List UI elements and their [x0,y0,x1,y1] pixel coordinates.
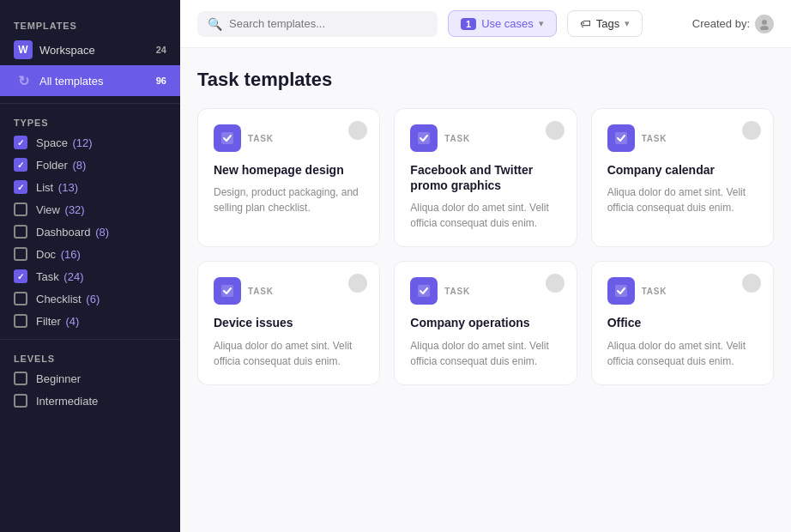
card-desc: Aliqua dolor do amet sint. Velit officia… [607,338,758,369]
active-item-badge: 96 [156,76,166,86]
sidebar-type-item[interactable]: List (13) [0,176,180,198]
sidebar-level-item[interactable]: Intermediate [0,390,180,412]
content-area: Task templates TASK New homepage design … [180,48,791,532]
card-desc: Aliqua dolor do amet sint. Velit officia… [607,184,758,215]
card-avatar [742,121,761,140]
template-card[interactable]: TASK Office Aliqua dolor do amet sint. V… [591,261,774,384]
card-type-row: TASK [410,124,560,152]
tags-chevron: ▾ [625,18,630,29]
type-checkbox[interactable] [14,136,27,149]
sidebar-type-item[interactable]: View (32) [0,198,180,221]
card-type-row: TASK [607,124,758,152]
type-checkbox[interactable] [14,225,27,239]
card-desc: Design, product packaging, and selling p… [214,184,364,215]
card-desc: Aliqua dolor do amet sint. Velit officia… [410,338,560,369]
card-desc: Aliqua dolor do amet sint. Velit officia… [410,200,560,231]
card-type-row: TASK [410,277,560,305]
sidebar-divider [0,103,180,104]
type-count: (32) [65,203,85,216]
page-title: Task templates [197,69,774,91]
type-checkbox[interactable] [14,180,27,194]
tags-label: Tags [596,17,619,30]
template-card[interactable]: TASK Company calendar Aliqua dolor do am… [591,108,774,247]
levels-section-title: Levels [0,347,180,367]
type-label: Doc (16) [36,248,81,261]
created-by-label: Created by: [692,17,750,30]
card-avatar [546,121,565,140]
type-count: (16) [61,248,81,261]
types-section-title: Types [0,111,180,131]
task-icon [410,277,438,305]
refresh-icon: ↻ [14,71,33,90]
levels-divider [0,339,180,340]
types-list: Space (12)Folder (8)List (13)View (32)Da… [0,131,180,332]
sidebar-type-item[interactable]: Task (24) [0,265,180,287]
type-count: (13) [58,181,78,194]
card-title: Office [607,315,758,330]
task-icon [214,277,241,305]
type-checkbox[interactable] [14,269,27,283]
cards-grid: TASK New homepage design Design, product… [197,108,774,385]
template-card[interactable]: TASK Company operations Aliqua dolor do … [394,261,577,384]
card-title: New homepage design [214,162,364,178]
sidebar-type-item[interactable]: Space (12) [0,131,180,154]
user-avatar-icon [755,15,774,33]
type-checkbox[interactable] [14,292,27,305]
template-card[interactable]: TASK Device issues Aliqua dolor do amet … [197,261,380,384]
search-icon: 🔍 [208,17,222,31]
type-label: Dashboard (8) [36,226,109,239]
search-input[interactable] [229,17,427,30]
sidebar-type-item[interactable]: Filter (4) [0,310,180,332]
card-type-label: TASK [248,134,274,143]
type-count: (8) [95,226,109,239]
workspace-icon: W [14,40,33,59]
type-label: Folder (8) [36,159,86,172]
card-title: Company operations [410,315,560,330]
card-type-label: TASK [444,134,470,143]
sidebar-item-workspace[interactable]: W Workspace 24 [0,34,180,65]
sidebar-type-item[interactable]: Checklist (6) [0,287,180,310]
level-checkbox[interactable] [14,394,27,408]
type-count: (12) [72,136,92,149]
card-desc: Aliqua dolor do amet sint. Velit officia… [214,338,364,369]
sidebar: Templates W Workspace 24 ↻ All templates… [0,0,180,532]
sidebar-type-item[interactable]: Folder (8) [0,154,180,176]
type-count: (24) [63,270,83,283]
card-type-row: TASK [214,277,364,305]
use-cases-label: Use cases [481,17,534,30]
levels-list: BeginnerIntermediate [0,367,180,412]
card-type-label: TASK [642,287,667,296]
svg-point-0 [762,20,767,25]
created-by: Created by: [692,15,774,33]
sidebar-type-item[interactable]: Doc (16) [0,243,180,265]
tags-filter[interactable]: 🏷 Tags ▾ [567,10,643,37]
task-icon [607,277,635,305]
card-avatar [348,121,367,140]
template-card[interactable]: TASK Facebook and Twitter promo graphics… [394,108,577,247]
type-checkbox[interactable] [14,247,27,261]
level-checkbox[interactable] [14,372,27,385]
active-item-label: All templates [39,75,103,88]
sidebar-type-item[interactable]: Dashboard (8) [0,221,180,243]
use-cases-filter[interactable]: 1 Use cases ▾ [448,10,557,37]
type-checkbox[interactable] [14,203,27,216]
card-title: Device issues [214,315,364,330]
type-count: (6) [86,293,100,305]
card-avatar [742,274,761,293]
type-checkbox[interactable] [14,158,27,172]
card-avatar [348,274,367,293]
toolbar: 🔍 1 Use cases ▾ 🏷 Tags ▾ Created by: [180,0,791,48]
card-type-row: TASK [214,124,364,152]
sidebar-level-item[interactable]: Beginner [0,367,180,390]
workspace-badge: 24 [156,45,166,55]
search-box[interactable]: 🔍 [197,11,438,37]
card-type-label: TASK [444,287,470,296]
type-checkbox[interactable] [14,314,27,328]
sidebar-item-active[interactable]: ↻ All templates 96 [0,65,180,96]
card-avatar [546,274,565,293]
type-count: (4) [66,315,80,328]
type-label: Filter (4) [36,315,79,328]
svg-point-1 [760,26,769,30]
card-title: Company calendar [607,162,758,178]
template-card[interactable]: TASK New homepage design Design, product… [197,108,380,247]
